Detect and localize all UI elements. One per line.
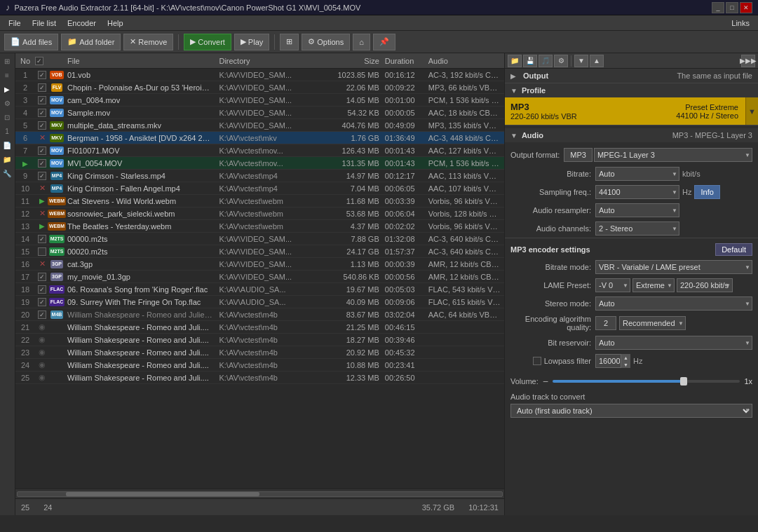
rtool-save-button[interactable]: 💾	[523, 55, 537, 67]
table-row[interactable]: 20 M4B William Shakespeare - Romeo and J…	[15, 308, 504, 321]
minimize-button[interactable]: _	[712, 2, 724, 13]
table-row[interactable]: 22 ◉ William Shakespeare - Romeo and Jul…	[15, 334, 504, 346]
table-row[interactable]: 23 ◉ William Shakespeare - Romeo and Jul…	[15, 346, 504, 359]
options-button[interactable]: ⚙ Options	[302, 34, 350, 50]
table-row[interactable]: 18 FLAC 06. Roxana's Song from 'King Rog…	[15, 283, 504, 296]
table-row[interactable]: 25 ◉ William Shakespeare - Romeo and Jul…	[15, 371, 504, 384]
table-row[interactable]: 11 ▶ WEBM Cat Stevens - Wild World.webm …	[15, 195, 504, 207]
row-checkbox[interactable]	[38, 96, 46, 104]
rtool-up-button[interactable]: ▲	[590, 55, 604, 67]
sidebar-nav-9[interactable]: 🔧	[0, 167, 14, 179]
play-button[interactable]: ▶ Play	[234, 34, 269, 50]
row-checkbox[interactable]	[38, 235, 46, 243]
sidebar-nav-7[interactable]: 📄	[0, 139, 14, 151]
table-row[interactable]: 24 ◉ William Shakespeare - Romeo and Jul…	[15, 359, 504, 371]
close-button[interactable]: ✕	[740, 2, 752, 13]
sidebar-nav-3[interactable]: ▶	[0, 83, 14, 95]
table-row[interactable]: 2 FLV Chopin - Polonaise As-Dur op 53 'H…	[15, 81, 504, 94]
profile-dropdown-button[interactable]: ▼	[745, 97, 758, 125]
sidebar-nav-1[interactable]: ⊞	[0, 55, 14, 67]
sampling-select[interactable]: 44100	[595, 185, 679, 199]
table-row[interactable]: 9 MP4 King Crimson - Starless.mp4 K:\AV\…	[15, 170, 504, 182]
sidebar-nav-4[interactable]: ⚙	[0, 97, 14, 109]
add-folder-button[interactable]: 📁 Add folder	[61, 34, 121, 50]
row-checkbox[interactable]	[38, 159, 46, 168]
rtool-settings-button[interactable]: ⚙	[554, 55, 568, 67]
menu-help[interactable]: Help	[102, 18, 129, 29]
volume-thumb[interactable]	[680, 377, 687, 386]
rtool-expand-button[interactable]: ▶▶▶	[741, 55, 755, 67]
col-header-file[interactable]: File	[65, 57, 216, 65]
col-header-size[interactable]: Size	[332, 57, 382, 65]
row-checkbox[interactable]	[38, 83, 46, 92]
row-checkbox[interactable]	[38, 121, 46, 130]
channels-select[interactable]: 2 - Stereo	[595, 221, 679, 236]
sidebar-nav-8[interactable]: 📁	[0, 153, 14, 165]
quality-input[interactable]	[595, 316, 616, 330]
table-row[interactable]: 3 MOV cam_0084.mov K:\AV\VIDEO_SAM... 14…	[15, 94, 504, 107]
col-header-audio[interactable]: Audio	[426, 57, 504, 65]
links-button[interactable]: Links	[726, 18, 755, 29]
sidebar-nav-5[interactable]: ⊡	[0, 111, 14, 123]
table-row[interactable]: 1 VOB 01.vob K:\AV\VIDEO_SAM... 1023.85 …	[15, 69, 504, 81]
table-row[interactable]: 14 M2TS 00000.m2ts K:\AV\VIDEO_SAM... 7.…	[15, 233, 504, 245]
lowpass-up-button[interactable]: ▲	[621, 354, 630, 361]
row-checkbox[interactable]	[38, 172, 46, 180]
resampler-select[interactable]: Auto	[595, 203, 679, 217]
volume-minus-icon[interactable]: −	[543, 376, 548, 387]
table-row[interactable]: ▶ MOV MVI_0054.MOV K:\AV\vctest\mov... 1…	[15, 157, 504, 170]
rtool-down-button[interactable]: ▼	[574, 55, 588, 67]
home-button[interactable]: ⌂	[353, 34, 370, 50]
pin-button[interactable]: 📌	[373, 34, 395, 50]
remove-button[interactable]: ✕ Remove	[123, 34, 173, 50]
convert-button[interactable]: ▶ Convert	[184, 34, 231, 50]
lame-range-select[interactable]: 220-260 kbit/s	[677, 278, 733, 292]
rtool-folder-button[interactable]: 📁	[508, 55, 522, 67]
filelist-scroll[interactable]: 1 VOB 01.vob K:\AV\VIDEO_SAM... 1023.85 …	[15, 69, 504, 489]
maximize-button[interactable]: □	[726, 2, 738, 13]
sidebar-nav-2[interactable]: ≡	[0, 69, 14, 81]
row-checkbox[interactable]	[38, 146, 46, 155]
table-row[interactable]: 4 MOV Sample.mov K:\AV\VIDEO_SAM... 54.3…	[15, 107, 504, 119]
rtool-audio-button[interactable]: 🎵	[539, 55, 553, 67]
add-files-button[interactable]: 📄 Add files	[4, 34, 58, 50]
hscroll-thumb[interactable]	[66, 492, 259, 496]
profile-content[interactable]: MP3 220-260 kbit/s VBR Preset Extreme 44…	[505, 97, 758, 125]
row-checkbox[interactable]	[38, 109, 46, 117]
select-all-checkbox[interactable]	[35, 57, 43, 65]
tab-view-button[interactable]: ⊞	[280, 34, 299, 50]
bitrate-mode-select[interactable]: VBR - Variable / LAME preset	[595, 260, 752, 274]
table-row[interactable]: 19 FLAC 09. Surrey With The Fringe On To…	[15, 296, 504, 308]
table-row[interactable]: 10 ✕ MP4 King Crimson - Fallen Angel.mp4…	[15, 182, 504, 195]
bitrate-select[interactable]: Auto	[595, 167, 679, 181]
lowpass-down-button[interactable]: ▼	[621, 361, 630, 368]
lame-v-select[interactable]: -V 0	[595, 278, 630, 292]
lowpass-checkbox[interactable]	[533, 357, 541, 365]
horizontal-scrollbar[interactable]	[15, 489, 504, 498]
table-row[interactable]: 6 ✕ MKV Bergman - 1958 - Ansiktet [DVD x…	[15, 132, 504, 144]
quality-recommended-select[interactable]: Recommended	[619, 316, 686, 330]
table-row[interactable]: 16 ✕ 3GP cat.3gp K:\AV\VIDEO_SAM... 1.13…	[15, 258, 504, 271]
table-row[interactable]: 21 ◉ William Shakespeare - Romeo and Jul…	[15, 321, 504, 334]
row-checkbox[interactable]	[38, 71, 46, 79]
menu-filelist[interactable]: File list	[27, 18, 62, 29]
info-button[interactable]: Info	[694, 185, 719, 199]
menu-file[interactable]: File	[3, 18, 27, 29]
row-checkbox[interactable]	[38, 311, 46, 319]
col-header-dir[interactable]: Directory	[216, 57, 331, 65]
default-button[interactable]: Default	[715, 243, 752, 256]
lame-extreme-select[interactable]: Extreme	[632, 278, 675, 292]
table-row[interactable]: 13 ▶ WEBM The Beatles - Yesterday.webm K…	[15, 220, 504, 233]
row-checkbox[interactable]	[38, 285, 46, 294]
hscroll-track[interactable]	[17, 491, 503, 497]
format-layer-select[interactable]: MPEG-1 Layer 3	[594, 148, 752, 162]
bit-reservoir-select[interactable]: Auto	[595, 336, 752, 350]
row-checkbox[interactable]	[38, 273, 46, 281]
menu-encoder[interactable]: Encoder	[62, 18, 102, 29]
table-row[interactable]: 15 M2TS 00020.m2ts K:\AV\VIDEO_SAM... 24…	[15, 245, 504, 258]
sidebar-nav-6[interactable]: 1	[0, 125, 14, 137]
audio-track-select[interactable]: Auto (first audio track)	[510, 404, 752, 418]
col-header-dur[interactable]: Duration	[382, 57, 426, 65]
table-row[interactable]: 17 3GP my_movie_01.3gp K:\AV\VIDEO_SAM..…	[15, 271, 504, 283]
table-row[interactable]: 5 MKV multiple_data_streams.mkv K:\AV\VI…	[15, 119, 504, 132]
